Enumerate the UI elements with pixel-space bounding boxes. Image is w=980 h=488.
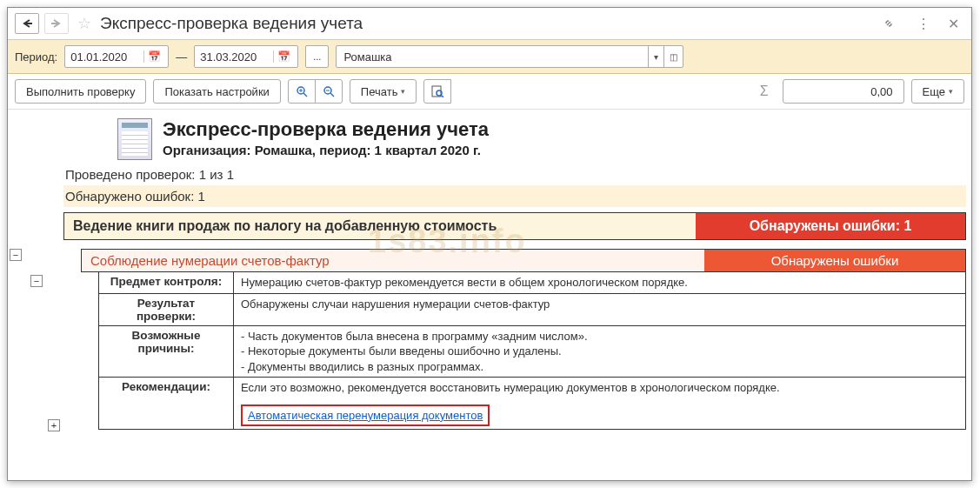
renumber-link[interactable]: Автоматическая перенумерация документов xyxy=(248,409,483,422)
period-label: Период: xyxy=(15,50,57,64)
expand-all-button[interactable] xyxy=(288,79,316,104)
sum-input[interactable]: 0,00 xyxy=(783,79,904,104)
forward-button[interactable] xyxy=(44,13,69,34)
report-body: 1s83.info Экспресс-проверка ведения учет… xyxy=(63,110,971,480)
favorite-icon[interactable]: ☆ xyxy=(77,14,91,33)
section1-status: Обнаружены ошибки: 1 xyxy=(696,213,965,239)
row-value: Если это возможно, рекомендуется восстан… xyxy=(234,377,965,429)
section-header-2[interactable]: Соблюдение нумерации счетов-фактур Обнар… xyxy=(81,249,966,272)
date-from-value: 01.01.2020 xyxy=(70,50,143,64)
period-bar: Период: 01.01.2020 📅 — 31.03.2020 📅 ... … xyxy=(8,40,971,74)
svg-line-11 xyxy=(441,95,443,97)
svg-line-7 xyxy=(330,93,334,97)
row-value: Нумерацию счетов-фактур рекомендуется ве… xyxy=(234,272,965,293)
detail-table: Предмет контроля: Нумерацию счетов-факту… xyxy=(98,272,966,430)
section1-title: Ведение книги продаж по налогу на добавл… xyxy=(64,213,696,239)
report-title: Экспресс-проверка ведения учета xyxy=(163,118,489,141)
collapse-all-button[interactable] xyxy=(315,79,343,104)
tree-expand-button[interactable]: + xyxy=(48,419,60,431)
errors-count: Обнаружено ошибок: 1 xyxy=(63,185,966,207)
highlighted-link-box: Автоматическая перенумерация документов xyxy=(241,404,490,427)
dash: — xyxy=(176,50,187,64)
section2-status: Обнаружены ошибки xyxy=(704,250,965,271)
back-button[interactable] xyxy=(15,13,39,34)
row-label: Предмет контроля: xyxy=(99,272,234,293)
table-row: Рекомендации: Если это возможно, рекомен… xyxy=(99,377,965,429)
row-value: Обнаружены случаи нарушения нумерации сч… xyxy=(234,293,965,325)
more-icon[interactable]: ⋮ xyxy=(910,16,937,32)
more-button[interactable]: Еще ▾ xyxy=(911,79,964,104)
show-settings-button[interactable]: Показать настройки xyxy=(153,79,280,104)
organization-value: Ромашка xyxy=(337,50,648,64)
workarea: − − + 1s83.info Экспресс-проверка ведени… xyxy=(8,110,971,480)
dropdown-icon[interactable]: ▾ xyxy=(648,46,663,67)
tree-column-2: − xyxy=(29,110,46,480)
row-label: Рекомендации: xyxy=(99,377,234,429)
open-icon[interactable]: ◫ xyxy=(663,46,683,67)
period-more-button[interactable]: ... xyxy=(305,45,329,68)
tree-column-3: + xyxy=(46,110,63,480)
sigma-icon: Σ xyxy=(753,84,776,99)
svg-line-3 xyxy=(303,93,307,97)
table-row: Возможные причины: - Часть документов бы… xyxy=(99,325,965,378)
organization-select[interactable]: Ромашка ▾ ◫ xyxy=(336,45,683,68)
section-header-1[interactable]: Ведение книги продаж по налогу на добавл… xyxy=(63,212,966,240)
tree-collapse-button[interactable]: − xyxy=(30,275,43,287)
titlebar: ☆ Экспресс-проверка ведения учета ⋮ ✕ xyxy=(8,8,971,40)
preview-button[interactable] xyxy=(423,79,451,104)
section2-title: Соблюдение нумерации счетов-фактур xyxy=(82,250,704,271)
report-subtitle: Организация: Ромашка, период: 1 квартал … xyxy=(163,143,489,157)
checks-count: Проведено проверок: 1 из 1 xyxy=(63,164,966,185)
row-value: - Часть документов была внесена в програ… xyxy=(234,325,965,378)
table-row: Результат проверки: Обнаружены случаи на… xyxy=(99,293,965,325)
row-label: Результат проверки: xyxy=(99,293,234,325)
document-icon xyxy=(117,118,152,160)
row-label: Возможные причины: xyxy=(99,325,234,378)
page-title: Экспресс-проверка ведения учета xyxy=(100,14,868,33)
tree-collapse-button[interactable]: − xyxy=(10,249,22,261)
table-row: Предмет контроля: Нумерацию счетов-факту… xyxy=(99,272,965,293)
calendar-icon[interactable]: 📅 xyxy=(273,50,294,63)
close-icon[interactable]: ✕ xyxy=(943,16,964,32)
calendar-icon[interactable]: 📅 xyxy=(143,50,164,63)
date-to-input[interactable]: 31.03.2020 📅 xyxy=(194,45,298,68)
tree-column-1: − xyxy=(8,110,29,480)
run-check-button[interactable]: Выполнить проверку xyxy=(15,79,146,104)
print-button[interactable]: Печать ▾ xyxy=(350,79,417,104)
toolbar: Выполнить проверку Показать настройки Пе… xyxy=(8,74,971,110)
date-to-value: 31.03.2020 xyxy=(200,50,273,64)
link-icon[interactable] xyxy=(882,17,896,30)
date-from-input[interactable]: 01.01.2020 📅 xyxy=(64,45,169,68)
